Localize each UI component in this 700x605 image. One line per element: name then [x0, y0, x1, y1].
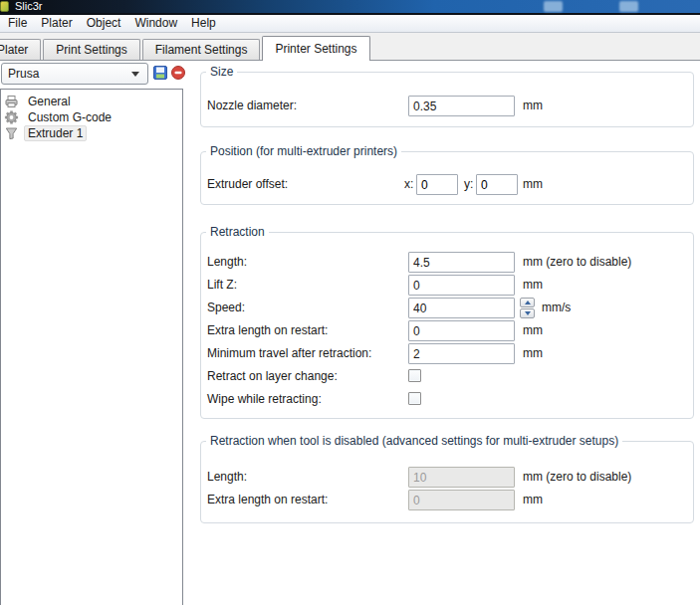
min-travel-input[interactable]	[408, 343, 515, 364]
y-label: y:	[464, 173, 473, 196]
slic3r-app-icon	[0, 1, 9, 12]
toolchange-length-input	[408, 467, 515, 488]
printer-icon	[4, 95, 19, 108]
settings-tree: General Custom G-code	[0, 89, 183, 605]
preset-value: Prusa	[8, 64, 39, 84]
unit-label: mm	[523, 319, 543, 342]
setting-label: Length:	[207, 466, 247, 489]
sidebar-item-extruder-1[interactable]: Extruder 1	[1, 125, 182, 141]
titlebar-glass-reflection	[619, 1, 638, 12]
arrow-down-icon	[525, 311, 531, 315]
group-title: Size	[206, 65, 237, 79]
menu-plater[interactable]: Plater	[34, 15, 79, 32]
unit-label: mm	[523, 95, 543, 117]
unit-label: mm	[523, 173, 543, 196]
tab-print-settings[interactable]: Print Settings	[43, 39, 139, 60]
menu-window[interactable]: Window	[127, 15, 184, 32]
slic3r-window: Slic3r File Plater Object Window Help Pl…	[0, 0, 700, 605]
setting-label: Extruder offset:	[207, 173, 288, 196]
extruder-offset-y-input[interactable]	[476, 174, 518, 195]
delete-icon[interactable]	[170, 65, 186, 81]
sidebar-item-custom-gcode[interactable]: Custom G-code	[1, 109, 182, 125]
menu-object[interactable]: Object	[80, 15, 128, 32]
setting-label: Nozzle diameter:	[207, 95, 297, 117]
tab-plater[interactable]: Plater	[0, 39, 41, 60]
wipe-while-retracting-checkbox[interactable]	[408, 392, 421, 405]
retract-length-input[interactable]	[408, 252, 515, 273]
setting-label: Speed:	[207, 297, 245, 319]
setting-row-extra-length-restart: Extra length on restart: mm	[201, 319, 693, 342]
nozzle-diameter-input[interactable]	[408, 96, 515, 116]
setting-label: Length:	[207, 251, 247, 274]
setting-label: Lift Z:	[207, 274, 237, 297]
gear-icon	[4, 110, 19, 124]
group-title: Retraction	[206, 225, 269, 239]
unit-label: mm	[523, 342, 543, 365]
tab-printer-settings[interactable]: Printer Settings	[262, 36, 369, 61]
tabs: Plater Print Settings Filament Settings …	[0, 36, 372, 60]
sidebar-item-label: General	[24, 94, 75, 109]
spinner-down-button[interactable]	[520, 308, 535, 318]
setting-row-disabled-extra-length: Extra length on restart: mm	[201, 489, 693, 511]
tab-filament-settings[interactable]: Filament Settings	[142, 39, 261, 60]
setting-row-lift-z: Lift Z: mm	[201, 274, 693, 297]
setting-label: Extra length on restart:	[207, 489, 328, 511]
group-position: Position (for multi-extruder printers) E…	[200, 151, 694, 205]
setting-label: Wipe while retracting:	[207, 388, 322, 411]
menu-help[interactable]: Help	[184, 15, 223, 32]
sidebar-item-label: Custom G-code	[24, 109, 116, 125]
x-label: x:	[404, 173, 413, 196]
unit-label: mm	[523, 489, 543, 511]
unit-label: mm (zero to disable)	[523, 251, 631, 274]
chevron-down-icon	[131, 72, 139, 77]
setting-row-disabled-length: Length: mm (zero to disable)	[201, 466, 693, 489]
setting-row-wipe: Wipe while retracting:	[201, 388, 693, 411]
title-bar: Slic3r	[0, 0, 700, 15]
menu-bar: File Plater Object Window Help	[0, 15, 700, 33]
setting-row-extruder-offset: Extruder offset: x: y: mm	[201, 173, 693, 196]
toolchange-extra-length-input	[408, 490, 515, 510]
extruder-offset-x-input[interactable]	[416, 174, 458, 195]
setting-label: Extra length on restart:	[207, 319, 328, 342]
group-size: Size Nozzle diameter: mm	[200, 72, 694, 127]
extra-length-restart-input[interactable]	[408, 320, 515, 341]
group-title: Retraction when tool is disabled (advanc…	[206, 434, 622, 448]
retract-layer-change-checkbox[interactable]	[408, 369, 421, 382]
setting-label: Retract on layer change:	[207, 365, 338, 388]
window-title: Slic3r	[15, 0, 43, 13]
menu-file[interactable]: File	[1, 15, 34, 32]
retract-speed-input[interactable]	[408, 298, 515, 318]
preset-select[interactable]: Prusa	[1, 63, 148, 85]
spinner-up-button[interactable]	[520, 298, 535, 307]
sidebar-item-general[interactable]: General	[1, 94, 182, 109]
group-title: Position (for multi-extruder printers)	[206, 144, 401, 158]
group-retraction: Retraction Length: mm (zero to disable) …	[200, 232, 694, 419]
setting-label: Minimum travel after retraction:	[207, 342, 371, 365]
group-retraction-tool-disabled: Retraction when tool is disabled (advanc…	[200, 441, 694, 523]
setting-row-length: Length: mm (zero to disable)	[201, 251, 693, 274]
unit-label: mm (zero to disable)	[523, 466, 631, 489]
tab-strip: Plater Print Settings Filament Settings …	[0, 33, 700, 61]
funnel-icon	[4, 126, 19, 140]
setting-row-min-travel: Minimum travel after retraction: mm	[201, 342, 693, 365]
lift-z-input[interactable]	[408, 275, 515, 296]
speed-spinner	[520, 298, 535, 318]
setting-row-nozzle-diameter: Nozzle diameter: mm	[201, 95, 693, 117]
sidebar-item-label: Extruder 1	[24, 125, 87, 141]
arrow-up-icon	[525, 301, 531, 304]
save-icon[interactable]	[152, 65, 168, 81]
setting-row-retract-layer-change: Retract on layer change:	[201, 365, 693, 388]
setting-row-speed: Speed: mm/s	[201, 297, 693, 319]
titlebar-glass-reflection	[544, 1, 563, 12]
unit-label: mm/s	[542, 297, 571, 319]
unit-label: mm	[523, 274, 543, 297]
